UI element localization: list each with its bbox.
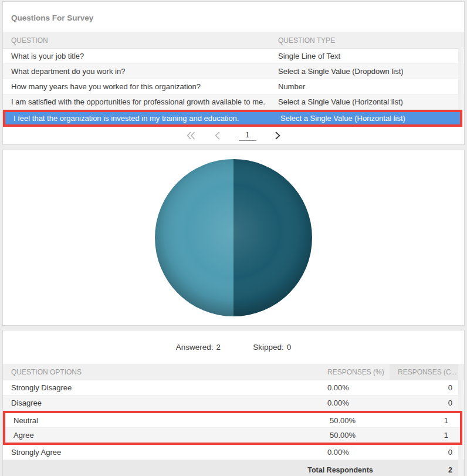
question-row[interactable]: How many years have you worked for this … [3, 79, 464, 94]
response-summary: Answered: 2 Skipped: 0 [3, 330, 464, 364]
column-header-responses-count: RESPONSES (C... [390, 364, 464, 380]
column-header-question-options: QUESTION OPTIONS [3, 368, 319, 376]
next-page-button[interactable] [273, 130, 282, 141]
question-row[interactable]: I am satisfied with the opportunities fo… [3, 94, 464, 110]
pie-slice-neutral[interactable] [155, 159, 234, 316]
option-count: 0 [390, 383, 464, 392]
option-pct: 50.00% [322, 416, 392, 425]
panel-title: Questions For Survey [3, 2, 464, 32]
answered-value: 2 [216, 343, 221, 352]
previous-page-button[interactable] [213, 130, 222, 141]
option-count: 0 [390, 448, 464, 457]
column-header-question-type: QUESTION TYPE [270, 36, 464, 45]
option-label: Neutral [5, 416, 322, 425]
question-type-text: Number [270, 82, 464, 91]
option-label: Strongly Agree [3, 448, 319, 457]
question-row[interactable]: What is your job title? Single Line of T… [3, 49, 464, 64]
option-label: Disagree [3, 399, 319, 407]
question-text: I am satisfied with the opportunities fo… [3, 97, 270, 106]
question-type-text: Select a Single Value (Horizontal list) [270, 97, 464, 106]
option-row[interactable]: Disagree 0.00% 0 [3, 396, 464, 411]
previous-page-icon [213, 130, 222, 141]
pie-chart[interactable] [148, 153, 319, 323]
questions-panel: Questions For Survey QUESTION QUESTION T… [2, 1, 465, 145]
skipped-label: Skipped: [253, 343, 284, 352]
next-page-icon [273, 130, 282, 141]
option-count: 1 [392, 431, 460, 440]
total-respondents-row: Total Respondents 2 [3, 460, 464, 476]
pie-slice-agree[interactable] [234, 159, 312, 316]
option-count: 1 [392, 416, 460, 425]
option-row[interactable]: Agree 50.00% 1 [5, 428, 460, 443]
option-row[interactable]: Neutral 50.00% 1 [5, 413, 460, 428]
results-panel: Answered: 2 Skipped: 0 QUESTION OPTIONS … [2, 330, 465, 476]
question-text: I feel that the organization is invested… [5, 114, 272, 123]
option-pct: 0.00% [319, 383, 390, 392]
skipped-value: 0 [287, 343, 292, 352]
column-header-question: QUESTION [3, 36, 270, 45]
options-table: QUESTION OPTIONS RESPONSES (%) RESPONSES… [3, 364, 464, 476]
current-page[interactable]: 1 [239, 130, 256, 141]
column-header-responses-pct: RESPONSES (%) [319, 368, 390, 376]
questions-table: QUESTION QUESTION TYPE What is your job … [3, 32, 464, 127]
option-pct: 0.00% [319, 399, 390, 407]
total-respondents-label: Total Respondents [273, 464, 408, 476]
annotation-highlight-selected-question: I feel that the organization is invested… [3, 110, 462, 127]
total-respondents-count: 2 [408, 466, 464, 474]
option-row[interactable]: Strongly Agree 0.00% 0 [3, 445, 464, 460]
option-pct: 0.00% [319, 448, 390, 457]
option-label: Strongly Disagree [3, 383, 319, 392]
question-row[interactable]: What department do you work in? Select a… [3, 64, 464, 79]
pagination: 1 [3, 127, 464, 144]
options-table-header: QUESTION OPTIONS RESPONSES (%) RESPONSES… [3, 364, 464, 380]
option-pct: 50.00% [322, 431, 392, 440]
question-type-text: Select a Single Value (Horizontal list) [272, 114, 460, 123]
option-label: Agree [5, 431, 322, 440]
question-type-text: Single Line of Text [270, 52, 464, 60]
question-text: What department do you work in? [3, 67, 270, 76]
option-count: 0 [390, 399, 464, 407]
question-text: How many years have you worked for this … [3, 82, 270, 91]
first-page-icon [185, 130, 197, 141]
question-type-text: Select a Single Value (Dropdown list) [270, 67, 464, 76]
skipped-count: Skipped: 0 [253, 343, 291, 352]
option-row[interactable]: Strongly Disagree 0.00% 0 [3, 380, 464, 396]
questions-table-header: QUESTION QUESTION TYPE [3, 32, 464, 49]
survey-report-page: Questions For Survey QUESTION QUESTION T… [0, 0, 467, 476]
annotation-highlight-answer-rows: Neutral 50.00% 1 Agree 50.00% 1 [3, 411, 462, 445]
question-row-selected[interactable]: I feel that the organization is invested… [5, 112, 460, 124]
question-text: What is your job title? [3, 52, 270, 60]
chart-panel [2, 150, 465, 326]
answered-label: Answered: [176, 343, 214, 352]
first-page-button[interactable] [185, 130, 197, 141]
answered-count: Answered: 2 [176, 343, 221, 352]
